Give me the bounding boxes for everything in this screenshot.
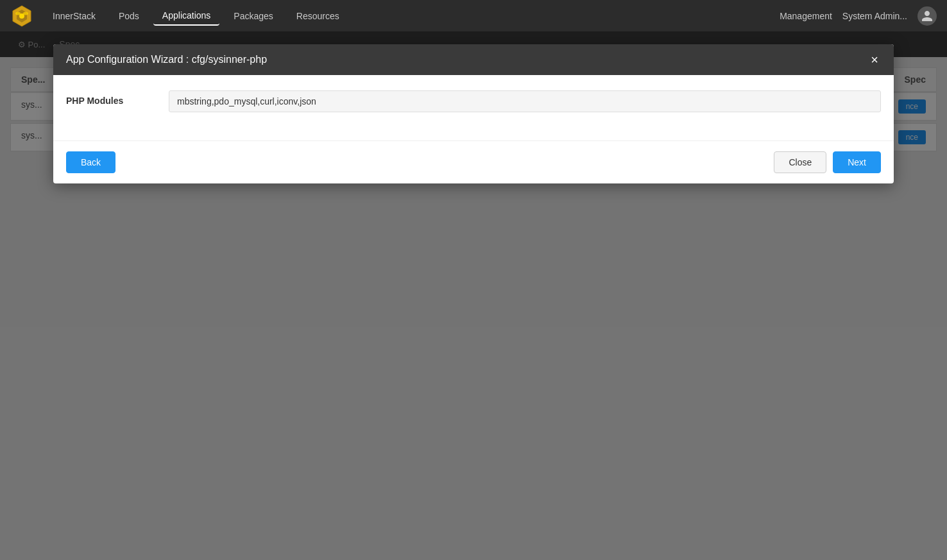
- nav-right-section: Management System Admin...: [780, 6, 937, 26]
- php-modules-label: PHP Modules: [66, 90, 169, 106]
- modal-footer: Back Close Next: [53, 140, 894, 183]
- back-button[interactable]: Back: [66, 151, 115, 173]
- modal-header: App Configuration Wizard : cfg/sysinner-…: [53, 44, 894, 75]
- nav-system-admin[interactable]: System Admin...: [842, 11, 907, 21]
- modal-body: PHP Modules: [53, 75, 894, 140]
- nav-pods[interactable]: Pods: [110, 7, 148, 25]
- php-modules-row: PHP Modules: [66, 90, 881, 112]
- user-avatar[interactable]: [917, 6, 937, 26]
- top-navigation: InnerStack Pods Applications Packages Re…: [0, 0, 947, 31]
- modal-title: App Configuration Wizard : cfg/sysinner-…: [66, 54, 267, 65]
- modal-close-button[interactable]: ×: [868, 53, 881, 66]
- nav-brand[interactable]: InnerStack: [44, 7, 105, 25]
- svg-point-3: [15, 12, 21, 15]
- nav-packages[interactable]: Packages: [225, 7, 282, 25]
- close-button[interactable]: Close: [774, 151, 826, 173]
- logo-icon[interactable]: [10, 4, 33, 28]
- nav-management[interactable]: Management: [780, 11, 832, 21]
- modal-overlay: App Configuration Wizard : cfg/sysinner-…: [0, 31, 947, 560]
- app-config-modal: App Configuration Wizard : cfg/sysinner-…: [53, 44, 894, 183]
- nav-applications[interactable]: Applications: [153, 6, 220, 26]
- svg-point-4: [23, 12, 28, 15]
- php-modules-input[interactable]: [169, 90, 881, 112]
- footer-right-buttons: Close Next: [774, 151, 881, 173]
- nav-resources[interactable]: Resources: [287, 7, 348, 25]
- next-button[interactable]: Next: [833, 151, 881, 173]
